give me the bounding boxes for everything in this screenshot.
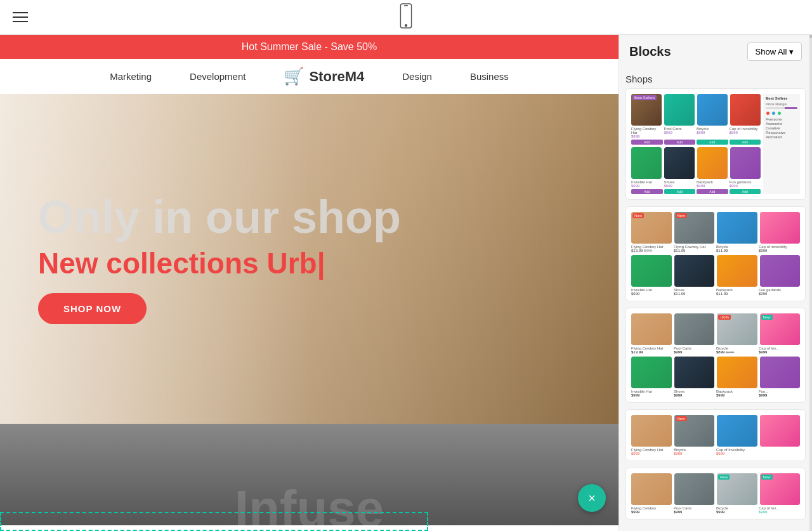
show-all-button[interactable]: Show All ▾ [747, 43, 802, 61]
hero-section: Only in our shop New collections Urb| SH… [0, 94, 619, 424]
mini-shop-item: New [674, 415, 715, 447]
mini-shop-item [631, 415, 672, 447]
mini-shop-item [730, 94, 761, 126]
selection-indicator [0, 512, 428, 531]
mini-shop-item [631, 147, 662, 179]
badge: New [676, 213, 687, 218]
mini-shop-item: New [674, 212, 715, 244]
mini-shop-item [730, 147, 761, 179]
mini-shop-item [717, 357, 757, 388]
mini-shop-item [664, 147, 695, 179]
hero-cursor: | [317, 247, 325, 280]
mini-shop-item [631, 313, 672, 345]
badge: New [632, 213, 644, 218]
block-card-3-inner: -10% New Flying Cowboy Hat$13.99 Pool Ca… [626, 308, 805, 402]
top-bar [0, 0, 812, 35]
mini-shop-item [631, 357, 672, 388]
mini-add-cart-btn[interactable]: Add [631, 189, 663, 194]
block-card-2-inner: New New Flying Cowboy Hat$13.99 $999 Fly… [626, 207, 805, 301]
nav-logo: 🛒 StoreM4 [284, 67, 364, 86]
mini-shop-grid-2: New New [631, 212, 800, 244]
bottom-section: Infuse [0, 424, 619, 525]
badge: New [718, 475, 730, 480]
announcement-text: Hot Summer Sale - Save 50% [242, 41, 377, 52]
mini-shop-grid-1: Best Sellers [631, 94, 761, 126]
block-card-1-inner: Best Sellers [626, 89, 805, 199]
mini-shop-item [717, 255, 757, 287]
mini-shop-grid-3b [631, 357, 800, 388]
mini-shop-item [760, 255, 801, 287]
svg-point-2 [405, 25, 407, 27]
hero-subtitle-highlight: Urb [266, 247, 317, 280]
mini-shop-grid-5: New New [631, 473, 800, 505]
right-panel: Blocks Show All ▾ Shops Best Sellers [619, 35, 812, 531]
mini-shop-grid-1b [631, 147, 761, 179]
nav-bar: Marketing Development 🛒 StoreM4 Design B… [0, 59, 619, 94]
badge: New [676, 416, 687, 421]
block-card-4-inner: New Flying Cowboy Hat$999 Bicycle$999 Cu… [626, 410, 805, 461]
panel-header: Blocks Show All ▾ [619, 35, 812, 69]
mini-shop-item [697, 94, 728, 126]
block-card-4[interactable]: New Flying Cowboy Hat$999 Bicycle$999 Cu… [625, 409, 806, 461]
mini-shop-item [697, 147, 728, 179]
badge: New [761, 475, 773, 480]
mini-shop-item: Best Sellers [631, 94, 662, 126]
mini-add-cart-btn[interactable]: Add [730, 189, 761, 194]
logo-text: StoreM4 [309, 69, 364, 85]
panel-content[interactable]: Shops Best Sellers [619, 69, 812, 531]
mini-shop-item: New [760, 473, 801, 505]
mini-shop-item [717, 415, 757, 447]
mini-shop-item [631, 473, 672, 505]
nav-item-business[interactable]: Business [470, 71, 509, 82]
logo-cart-icon: 🛒 [284, 67, 304, 86]
badge: Best Sellers [632, 95, 657, 100]
scroll-indicator [809, 35, 812, 531]
mini-shop-item [717, 212, 757, 244]
mini-shop-item: New [760, 313, 801, 345]
nav-item-development[interactable]: Development [190, 71, 246, 82]
mini-shop-item [760, 357, 801, 388]
hero-main-title: Only in our shop [38, 194, 401, 240]
mini-shop-item [664, 94, 695, 126]
panel-title: Blocks [629, 44, 671, 59]
mini-shop-item [674, 473, 715, 505]
mini-shop-grid-4: New [631, 415, 800, 447]
mini-shop-item [631, 255, 672, 287]
badge: New [761, 315, 773, 320]
mini-shop-item: New [717, 473, 757, 505]
announcement-bar: Hot Summer Sale - Save 50% [0, 35, 619, 59]
nav-item-marketing[interactable]: Marketing [110, 71, 152, 82]
mini-shop-item: New [631, 212, 672, 244]
mini-shop-item [674, 357, 715, 388]
mini-shop-item [760, 415, 801, 447]
block-card-1[interactable]: Best Sellers [625, 88, 806, 200]
block-card-5-inner: New New Flying Cowboy$999 Pool Carts$999… [626, 468, 805, 519]
mini-add-cart-btn[interactable]: Add [631, 140, 663, 145]
block-card-5[interactable]: New New Flying Cowboy$999 Pool Carts$999… [625, 468, 806, 520]
mini-shop-item [760, 212, 801, 244]
main-area: Hot Summer Sale - Save 50% Marketing Dev… [0, 35, 812, 531]
shop-now-button[interactable]: SHOP NOW [38, 293, 147, 324]
badge: -10% [718, 315, 731, 320]
hero-content: Only in our shop New collections Urb| SH… [0, 169, 439, 350]
hamburger-menu[interactable] [13, 12, 28, 22]
nav-item-design[interactable]: Design [402, 71, 432, 82]
mini-add-cart-btn[interactable]: Add [730, 140, 761, 145]
mini-add-cart-btn[interactable]: Add [697, 140, 728, 145]
block-card-3[interactable]: -10% New Flying Cowboy Hat$13.99 Pool Ca… [625, 308, 806, 403]
mini-shop-item: -10% [717, 313, 757, 345]
mini-add-cart-btn[interactable]: Add [664, 140, 696, 145]
scroll-thumb [809, 35, 812, 38]
hero-subtitle-prefix: New collections [38, 247, 266, 280]
hero-subtitle: New collections Urb| [38, 246, 401, 280]
canvas-area: Hot Summer Sale - Save 50% Marketing Dev… [0, 35, 619, 531]
mini-shop-item [674, 255, 715, 287]
mini-add-cart-btn[interactable]: Add [697, 189, 728, 194]
mini-shop-item [674, 313, 715, 345]
mini-shop-grid-2b [631, 255, 800, 287]
close-button[interactable]: × [578, 484, 606, 512]
mini-add-cart-btn[interactable]: Add [664, 189, 696, 194]
section-shops-label: Shops [625, 69, 806, 88]
block-card-2[interactable]: New New Flying Cowboy Hat$13.99 $999 Fly… [625, 206, 806, 301]
mini-shop-grid-3: -10% New [631, 313, 800, 345]
